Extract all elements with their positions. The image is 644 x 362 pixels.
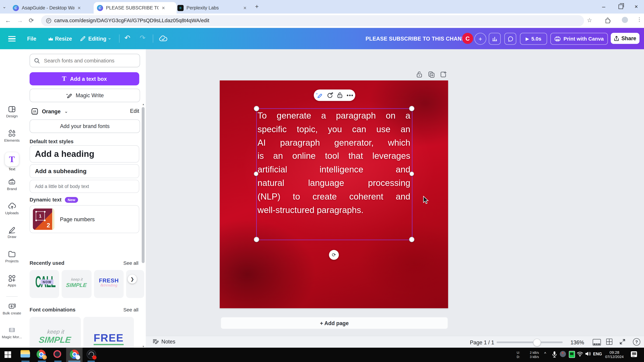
magic-edit-icon[interactable] <box>316 92 322 99</box>
canvas-text-block[interactable]: To generate a paragraph on a specific to… <box>258 109 410 217</box>
address-bar[interactable]: canva.com/design/DAGYG3cgFAI/G7PsQD9sLLd… <box>41 15 584 26</box>
taskbar-chrome-profile1[interactable] <box>36 350 46 359</box>
carousel-next-button[interactable]: ❯ <box>128 275 137 284</box>
start-button[interactable] <box>4 351 11 358</box>
taskbar-clock[interactable]: 09:28 07/12/2024 <box>604 350 624 359</box>
lock-element-icon[interactable] <box>337 92 343 99</box>
scrollbar-up-arrow[interactable]: ▲ <box>142 103 144 105</box>
extensions-puzzle-icon[interactable] <box>604 17 611 23</box>
sidebar-item-elements[interactable]: Elements <box>0 129 24 142</box>
print-with-canva-button[interactable]: Print with Canva <box>550 33 608 45</box>
recently-used-see-all[interactable]: See all <box>123 260 138 266</box>
recent-style-fresh-trending[interactable]: FRESH &trending <box>94 270 124 298</box>
add-text-box-button[interactable]: T Add a text box <box>30 72 139 85</box>
tab-close-icon[interactable]: × <box>78 5 81 11</box>
microphone-icon[interactable] <box>552 351 557 358</box>
selection-handle-top-right[interactable] <box>409 106 414 111</box>
pages-view-icon[interactable] <box>593 339 601 346</box>
selection-handle-left[interactable] <box>254 172 258 176</box>
regenerate-icon[interactable] <box>326 92 334 99</box>
resize-menu[interactable]: Resize <box>55 36 72 42</box>
sidebar-item-projects[interactable]: Projects <box>0 250 24 263</box>
fullscreen-icon[interactable] <box>619 339 626 345</box>
window-restore-button[interactable] <box>618 4 623 9</box>
share-button[interactable]: Share <box>611 33 640 44</box>
tab-search-chevron-icon[interactable]: ⌄ <box>2 4 6 9</box>
page-numbers-card[interactable]: 1 2 Page numbers <box>30 205 139 233</box>
insights-button[interactable] <box>489 33 501 45</box>
zoom-slider-track[interactable] <box>496 342 562 343</box>
selection-handle-right[interactable] <box>410 172 414 176</box>
help-button[interactable]: ? <box>633 338 640 346</box>
panel-scrollbar[interactable]: ▲ ▼ <box>142 103 144 348</box>
brand-kit-selector[interactable]: co Orange ⌄ <box>31 107 68 115</box>
sidebar-item-uploads[interactable]: Uploads <box>0 202 24 215</box>
selection-handle-top-left[interactable] <box>254 106 259 111</box>
recent-style-keep-it-simple[interactable]: keep it SIMPLE <box>62 270 92 298</box>
sidebar-item-brand[interactable]: co Brand <box>0 178 24 191</box>
add-page-button[interactable]: + Add page <box>220 317 448 329</box>
selection-handle-bottom-right[interactable] <box>409 237 414 242</box>
url-text[interactable]: canva.com/design/DAGYG3cgFAI/G7PsQD9sLLd… <box>54 18 209 23</box>
language-indicator[interactable]: ENG <box>593 352 602 356</box>
sidebar-item-draw[interactable]: Draw <box>0 226 24 239</box>
comments-button[interactable] <box>504 33 516 45</box>
sidebar-item-magic-morph[interactable]: Magic Mor... <box>0 326 24 339</box>
sidebar-item-text-active[interactable]: T Text <box>0 152 24 171</box>
notes-button[interactable]: Notes <box>152 339 175 345</box>
font-combinations-see-all[interactable]: See all <box>123 307 138 313</box>
notification-center-icon[interactable] <box>631 351 637 357</box>
wifi-icon[interactable] <box>576 351 583 357</box>
present-duration-button[interactable]: ▶ 5.0s <box>520 33 547 45</box>
font-search-box[interactable] <box>30 54 140 67</box>
account-avatar[interactable]: C <box>462 33 473 44</box>
profile-avatar[interactable] <box>622 17 628 23</box>
more-options-icon[interactable]: ••• <box>347 92 354 98</box>
browser-menu-kebab-icon[interactable]: ⋮ <box>637 16 642 22</box>
tray-expand-chevron-icon[interactable]: ^ <box>544 351 546 356</box>
tab-close-icon[interactable]: × <box>162 5 165 11</box>
window-minimize-button[interactable]: – <box>602 3 605 10</box>
combo-keep-it-simple[interactable]: keep it SIMPLE <box>30 317 81 348</box>
undo-icon[interactable]: ↶ <box>124 33 130 42</box>
zoom-percentage[interactable]: 136% <box>570 340 584 346</box>
file-menu[interactable]: File <box>27 36 36 42</box>
magic-write-button[interactable]: Magic Write <box>30 89 140 102</box>
back-icon[interactable]: ← <box>5 17 11 24</box>
grid-view-icon[interactable] <box>606 339 612 345</box>
add-subheading-style[interactable]: Add a subheading <box>30 164 139 178</box>
bookmark-star-icon[interactable]: ☆ <box>587 17 592 23</box>
browser-tab-2-active[interactable]: C PLEASE SUBSCRIBE TO THIS CH × <box>94 2 176 14</box>
add-body-text-style[interactable]: Add a little bit of body text <box>30 180 139 193</box>
browser-tab-3[interactable]: ✳ Perplexity Labs × <box>174 2 257 14</box>
selection-handle-bottom-left[interactable] <box>254 237 259 242</box>
rotate-handle[interactable]: ⟳ <box>329 250 339 260</box>
tray-app-icon[interactable] <box>569 351 575 358</box>
reload-icon[interactable]: ⟳ <box>29 17 34 24</box>
combo-free[interactable]: FREE <box>83 317 134 348</box>
window-close-button[interactable]: × <box>634 3 638 10</box>
brand-edit-link[interactable]: Edit <box>130 108 139 114</box>
taskbar-file-explorer[interactable] <box>20 350 30 358</box>
scrollbar-down-arrow[interactable]: ▼ <box>142 345 144 348</box>
zoom-slider-thumb[interactable] <box>533 339 541 347</box>
home-menu-hamburger-icon[interactable] <box>8 35 16 43</box>
taskbar-recorder-app[interactable] <box>54 350 61 358</box>
editing-chevron-down-icon[interactable]: ⌄ <box>108 35 112 41</box>
taskbar-obs[interactable] <box>86 350 96 359</box>
duplicate-page-icon[interactable] <box>428 71 435 78</box>
search-input[interactable] <box>43 57 135 64</box>
sidebar-item-apps[interactable]: Apps <box>0 274 24 287</box>
sidebar-item-design[interactable]: Design <box>0 105 24 118</box>
speaker-icon[interactable] <box>585 351 591 357</box>
add-brand-fonts-button[interactable]: Add your brand fonts <box>30 119 140 133</box>
add-heading-style[interactable]: Add a heading <box>30 145 139 163</box>
browser-tab-1[interactable]: C AsapGuide - Desktop Wallpape × <box>10 2 96 14</box>
redo-icon[interactable]: ↷ <box>140 33 146 42</box>
site-settings-icon[interactable] <box>46 18 52 23</box>
recent-style-call-now[interactable]: CALL NOW <box>30 270 59 298</box>
page-lock-icon[interactable] <box>416 71 422 78</box>
tab-close-icon[interactable]: × <box>244 5 246 11</box>
sidebar-item-bulk-create[interactable]: Bulk create <box>0 302 24 315</box>
recent-style-partial[interactable] <box>126 270 144 298</box>
